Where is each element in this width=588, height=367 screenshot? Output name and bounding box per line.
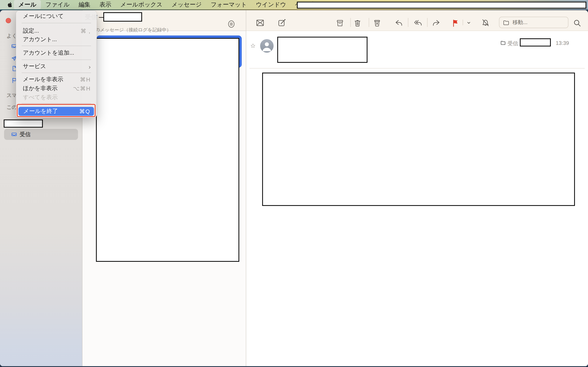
mute-button[interactable] <box>479 17 492 28</box>
star-button[interactable] <box>250 43 256 49</box>
menu-item-hide-others[interactable]: ほかを非表示 ⌥⌘H <box>16 84 97 93</box>
menu-shortcut: ⌘ , <box>80 28 91 34</box>
flag-split-separator <box>462 19 463 25</box>
menu-item-settings[interactable]: 設定... ⌘ , <box>16 27 97 35</box>
menu-item-add-account[interactable]: アカウントを追加... <box>16 49 97 57</box>
menubar-item-message[interactable]: メッセージ <box>167 0 206 9</box>
move-field[interactable]: 移動... <box>499 17 568 28</box>
toolbar-separator <box>408 18 408 27</box>
list-subtitle: のメッセージ（接続ログを記録中） <box>95 27 171 33</box>
filter-button[interactable] <box>227 20 236 29</box>
submenu-chevron-icon: › <box>89 63 91 70</box>
compose-button[interactable] <box>276 17 288 28</box>
menu-item-show-all: すべてを表示 <box>16 93 97 102</box>
menu-item-label: メールを非表示 <box>23 76 63 83</box>
reply-icon <box>394 18 403 27</box>
flag-icon <box>451 18 459 27</box>
compose-icon <box>277 18 286 27</box>
reading-pane: 移動... <box>246 10 588 366</box>
move-field-label: 移動... <box>512 19 527 26</box>
message-list-pane: 受信 — のメッセージ（接続ログを記録中） <box>82 10 246 366</box>
menubar-item-file[interactable]: ファイル <box>41 0 74 9</box>
redaction-box-menubar-status <box>297 2 586 8</box>
toolbar-separator <box>427 18 428 27</box>
flag-button[interactable] <box>449 17 461 28</box>
redaction-box-account-name <box>4 119 43 127</box>
redaction-box-list-title <box>103 12 142 22</box>
redaction-box-sender <box>277 36 367 63</box>
menu-separator <box>22 59 91 60</box>
menu-item-label: すべてを表示 <box>23 94 58 101</box>
menu-item-label: ほかを非表示 <box>23 85 58 92</box>
menu-item-accounts[interactable]: アカウント... <box>16 35 97 44</box>
menu-separator <box>22 46 91 46</box>
forward-button[interactable] <box>430 17 442 28</box>
archive-icon <box>336 18 344 27</box>
header-separator <box>250 68 585 68</box>
star-icon <box>250 43 256 49</box>
toolbar-separator <box>350 18 351 27</box>
sidebar-section-this-mac: この <box>7 104 17 111</box>
menubar-item-mailbox[interactable]: メールボックス <box>116 0 167 9</box>
redaction-box-message-list <box>96 38 239 262</box>
inbox-icon <box>11 131 17 137</box>
flag-menu-chevron[interactable] <box>463 17 474 28</box>
junk-button[interactable] <box>371 17 383 28</box>
bell-slash-icon <box>481 18 490 27</box>
message-time: 13:39 <box>556 40 569 46</box>
menubar-item-window[interactable]: ウインドウ <box>251 0 291 9</box>
menu-item-about-mail[interactable]: メールについて <box>16 12 97 21</box>
menu-item-label: 設定... <box>23 27 39 35</box>
trash-icon <box>353 18 362 27</box>
get-mail-button[interactable] <box>254 17 266 28</box>
menu-item-label: サービス <box>23 63 46 70</box>
forward-icon <box>432 18 441 27</box>
search-icon <box>573 18 581 27</box>
menu-item-label: アカウント... <box>23 36 57 43</box>
menu-item-services[interactable]: サービス › <box>16 62 97 71</box>
avatar <box>260 39 273 52</box>
menu-shortcut: ⌥⌘H <box>73 85 91 92</box>
menu-shortcut: ⌘H <box>80 76 91 83</box>
reply-button[interactable] <box>393 17 405 28</box>
person-icon <box>260 39 273 52</box>
menubar-item-format[interactable]: フォーマット <box>206 0 251 9</box>
toolbar: 移動... <box>246 10 588 31</box>
menu-separator <box>22 103 91 103</box>
menu-item-label: アカウントを追加... <box>23 49 74 57</box>
chevron-down-icon <box>466 20 472 26</box>
redaction-box-mailbox <box>520 38 551 46</box>
apple-logo-icon <box>7 2 12 8</box>
annotation-highlight-box <box>17 104 95 117</box>
menu-separator <box>22 23 91 23</box>
redaction-box-message-body <box>262 72 575 206</box>
toolbar-separator <box>369 18 369 27</box>
menubar-item-edit[interactable]: 編集 <box>74 0 95 9</box>
delete-button[interactable] <box>351 17 364 28</box>
sidebar-section-favorites: よく <box>7 33 17 40</box>
menubar-item-mail[interactable]: メール <box>14 0 41 9</box>
reply-all-button[interactable] <box>412 17 424 28</box>
folder-icon <box>499 19 510 26</box>
envelope-icon <box>256 18 265 27</box>
list-title-bar: 受信 — のメッセージ（接続ログを記録中） <box>82 10 246 31</box>
screen: メール ファイル 編集 表示 メールボックス メッセージ フォーマット ウインド… <box>0 0 588 367</box>
menu-item-label: メールについて <box>23 13 64 20</box>
sidebar-item-inbox[interactable]: 受信 <box>4 129 78 140</box>
archive-button[interactable] <box>334 17 346 28</box>
window-close-button[interactable] <box>6 18 11 23</box>
menubar-item-view[interactable]: 表示 <box>95 0 116 9</box>
sidebar-section-smart: スマ <box>7 92 17 99</box>
menu-item-hide-mail[interactable]: メールを非表示 ⌘H <box>16 75 97 84</box>
apple-menu[interactable] <box>0 2 14 8</box>
mail-menu-dropdown: メールについて 設定... ⌘ , アカウント... アカウントを追加... サ… <box>16 11 97 118</box>
sidebar-item-label: 受信 <box>20 131 31 138</box>
header-mailbox-label: 受信 - <box>508 40 521 47</box>
search-button[interactable] <box>571 17 583 28</box>
mailbox-folder-icon <box>500 40 506 46</box>
menu-separator <box>22 73 91 73</box>
junk-icon <box>373 18 381 27</box>
reply-all-icon <box>413 18 423 27</box>
